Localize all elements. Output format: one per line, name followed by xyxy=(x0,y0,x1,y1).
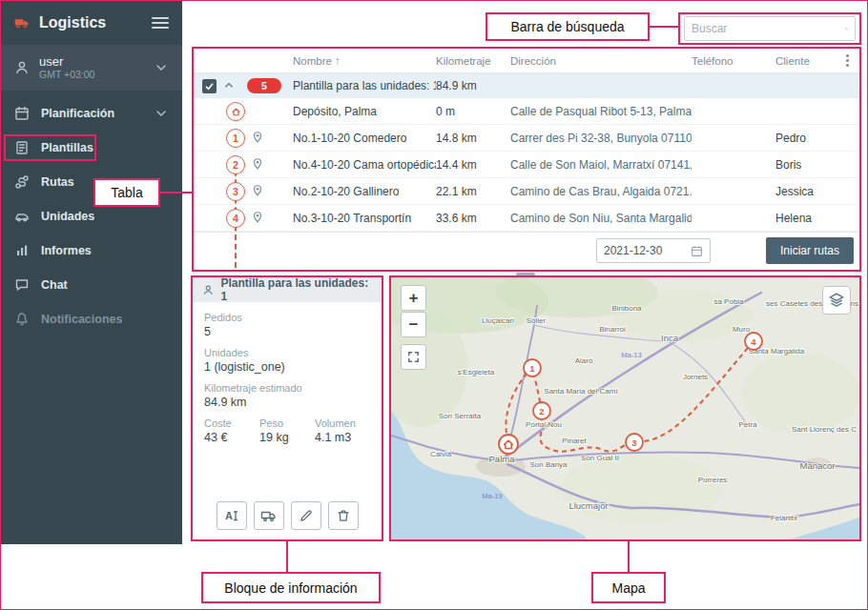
road-label: Ma-19 xyxy=(482,492,502,500)
info-body: Pedidos 5 Unidades 1 (logistic_one) Kilo… xyxy=(193,302,382,454)
template-group-row[interactable]: 5 Plantilla para las unidades: 1 84.9 km xyxy=(194,73,859,98)
svg-text:4: 4 xyxy=(751,336,756,347)
depot-home-icon xyxy=(226,102,245,121)
map-town-label: Sóller xyxy=(527,316,547,325)
check-icon xyxy=(204,81,215,92)
row-client: Boris xyxy=(775,158,846,172)
row-name: No.1-10-20 Comedero xyxy=(293,132,436,145)
map-canvas[interactable]: Lluçalcari Sóller Binibona sa Pobla ses … xyxy=(391,277,859,539)
table-row-order-2[interactable]: 2 No.4-10-20 Cama ortopédica 14.4 km Cal… xyxy=(194,152,859,178)
sidebar-item-notificaciones[interactable]: Notificaciones xyxy=(1,302,182,336)
stop-marker-1[interactable]: 1 xyxy=(524,359,541,376)
map-town-label: Binarroi xyxy=(599,325,626,334)
template-document-icon xyxy=(14,140,30,155)
row-client: Helena xyxy=(775,212,846,225)
fullscreen-button[interactable] xyxy=(401,344,426,370)
sidebar-item-label: Unidades xyxy=(41,210,169,223)
user-menu[interactable]: user GMT +03:00 xyxy=(1,45,182,91)
sidebar-item-planificacion[interactable]: Planificación xyxy=(1,96,182,131)
sidebar-item-informes[interactable]: Informes xyxy=(1,234,182,268)
collapse-chevron-up-icon[interactable] xyxy=(222,79,236,92)
svg-text:A: A xyxy=(225,510,233,521)
assign-unit-button[interactable] xyxy=(254,501,284,530)
map-town-label: Lluçalcari xyxy=(482,316,514,325)
row-name: Depósito, Palma xyxy=(293,105,436,118)
date-picker[interactable]: 2021-12-30 xyxy=(596,238,711,263)
group-checkbox[interactable] xyxy=(202,79,217,93)
search-input[interactable] xyxy=(692,22,839,35)
row-km: 14.4 km xyxy=(436,158,510,172)
map-town-label: Petra xyxy=(738,420,757,429)
zoom-out-button[interactable]: − xyxy=(401,312,426,337)
table-row-deposito[interactable]: Depósito, Palma 0 m Calle de Pasqual Rib… xyxy=(194,98,859,125)
search-icon[interactable] xyxy=(845,22,848,36)
column-nombre[interactable]: Nombre ↑ xyxy=(293,55,436,67)
table-rows: Depósito, Palma 0 m Calle de Pasqual Rib… xyxy=(194,98,859,232)
map-town-label: Son Banya xyxy=(529,460,568,469)
field-label: Unidades xyxy=(204,347,370,358)
sidebar-item-plantillas[interactable]: Plantillas xyxy=(1,131,182,165)
map-town-label: Jornets xyxy=(683,373,708,381)
map[interactable]: Lluçalcari Sóller Binibona sa Pobla ses … xyxy=(389,275,861,541)
car-icon xyxy=(14,209,30,224)
column-cliente[interactable]: Cliente xyxy=(775,55,846,67)
info-actions: A xyxy=(193,501,382,530)
map-town-label: Palma xyxy=(489,454,516,464)
table-row-order-3[interactable]: 3 No.2-10-20 Gallinero 22.1 km Camino de… xyxy=(194,178,859,205)
map-town-label: Son Serralta xyxy=(439,412,482,420)
map-town-label: Felanitx xyxy=(771,514,797,522)
start-routes-button[interactable]: Iniciar rutas xyxy=(766,237,854,264)
app-title: Logistics xyxy=(39,14,142,31)
screenshot-root: Logistics user GMT +03:00 Planificación xyxy=(0,0,868,610)
delete-button[interactable] xyxy=(328,501,359,530)
map-layers-button[interactable] xyxy=(822,286,851,315)
expand-icon xyxy=(406,350,421,364)
edit-button[interactable] xyxy=(291,501,321,530)
map-town-label: Sant Llorenç des C xyxy=(792,425,857,434)
stop-marker-4[interactable]: 4 xyxy=(745,333,762,350)
svg-text:3: 3 xyxy=(631,437,636,448)
row-km: 14.8 km xyxy=(436,132,510,145)
stop-number-marker: 3 xyxy=(226,182,245,201)
table-row-order-1[interactable]: 1 No.1-10-20 Comedero 14.8 km Carrer des… xyxy=(194,125,859,152)
annotation-label-search: Barra de búsqueda xyxy=(486,12,650,41)
depot-map-marker[interactable] xyxy=(499,435,518,454)
menu-icon[interactable] xyxy=(152,17,169,29)
search-box xyxy=(684,16,856,41)
row-km: 33.6 km xyxy=(436,212,510,225)
row-address: Camino de Son Niu, Santa Margalid... xyxy=(510,212,692,225)
road-label: Ma-13 xyxy=(621,351,641,359)
sidebar-item-label: Chat xyxy=(41,278,169,292)
map-town-label: Alaró xyxy=(575,356,593,365)
calendar-icon xyxy=(14,106,30,121)
bell-icon xyxy=(14,312,30,327)
zoom-in-button[interactable]: + xyxy=(401,285,426,311)
sidebar-header: Logistics xyxy=(1,1,182,45)
row-address: Carrer des Pi 32-38, Bunyola 07110,... xyxy=(510,132,692,145)
trash-icon xyxy=(336,508,351,523)
table-row-order-4[interactable]: 4 No.3-10-20 Transportín 33.6 km Camino … xyxy=(194,205,859,232)
column-telefono[interactable]: Teléfono xyxy=(692,55,775,67)
chevron-down-icon xyxy=(154,60,169,75)
sidebar-nav: Planificación Plantillas Rutas Unidade xyxy=(1,96,182,336)
stop-marker-3[interactable]: 3 xyxy=(626,434,643,451)
annotation-label-info: Bloque de información xyxy=(201,572,381,603)
location-pin-icon xyxy=(251,211,264,224)
group-name: Plantilla para las unidades: 1 xyxy=(293,79,436,92)
column-direccion[interactable]: Dirección xyxy=(510,55,692,67)
column-menu-icon[interactable] xyxy=(846,54,849,57)
rename-button[interactable]: A xyxy=(217,501,247,530)
map-town-label: sa Pobla xyxy=(713,297,744,306)
sidebar-item-label: Notificaciones xyxy=(41,313,169,326)
row-name: No.4-10-20 Cama ortopédica xyxy=(293,158,436,172)
column-kilometraje[interactable]: Kilometraje xyxy=(436,55,510,67)
stat-value: 43 € xyxy=(204,431,259,444)
sidebar-item-chat[interactable]: Chat xyxy=(1,268,182,302)
field-value: 5 xyxy=(204,325,370,338)
map-town-label: Muro xyxy=(733,325,751,334)
sidebar-item-label: Plantillas xyxy=(41,141,169,154)
stop-number-marker: 4 xyxy=(226,209,245,228)
stop-number-marker: 1 xyxy=(226,129,245,148)
stop-marker-2[interactable]: 2 xyxy=(533,402,550,419)
sidebar: Logistics user GMT +03:00 Planificación xyxy=(1,1,182,544)
